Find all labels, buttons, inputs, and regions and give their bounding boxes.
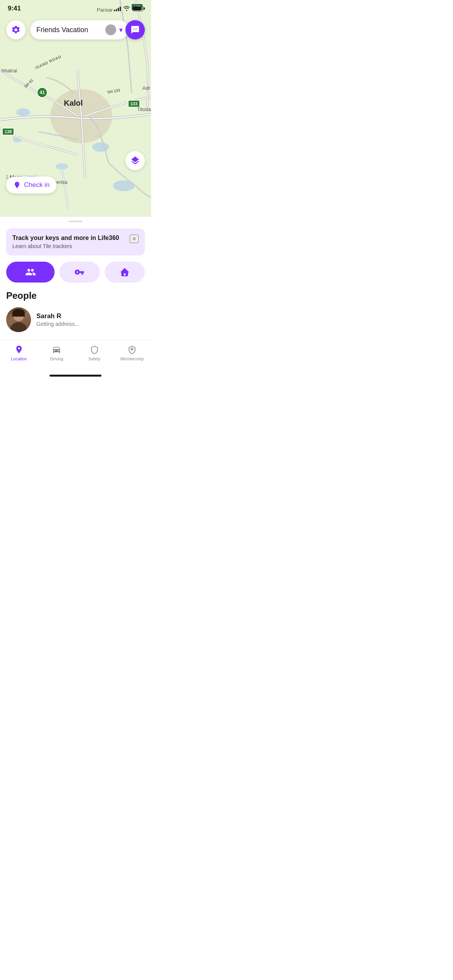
layers-button[interactable] [125,151,145,170]
driving-nav-icon [51,344,62,355]
group-avatar [105,24,116,35]
svg-point-7 [131,348,133,350]
people-section: People Sarah R Getting address... [0,283,151,340]
nav-label-membership: Membership [120,356,144,361]
places-icon [120,267,130,277]
chat-button[interactable] [125,20,145,39]
person-row[interactable]: Sarah R Getting address... [6,307,145,340]
nav-item-safety[interactable]: Safety [76,344,113,361]
avatar-image [6,307,31,332]
person-status: Getting address... [36,321,79,327]
wifi-icon [123,5,130,12]
tile-banner-subtitle: Learn about Tile trackers [12,243,119,249]
group-selector-right: ▾ [105,24,122,35]
checkin-label: Check in [24,181,50,189]
bottom-sheet: Track your keys and more in Life360 Lear… [0,221,151,340]
bottom-nav: Location Driving Safety Membership [0,340,151,369]
settings-icon [11,25,21,34]
checkin-button[interactable]: Check in [6,176,57,194]
home-bar [50,375,101,377]
signal-icon [114,6,121,11]
people-tab-button[interactable] [6,262,55,283]
nav-item-location[interactable]: Location [0,344,38,361]
person-info: Sarah R Getting address... [36,312,79,327]
people-icon [25,267,36,278]
close-banner-button[interactable]: × [130,235,139,243]
nav-label-driving: Driving [50,356,63,361]
svg-point-6 [16,183,18,185]
nav-label-safety: Safety [88,356,100,361]
apple-logo:  [6,174,8,180]
location-nav-icon [14,344,24,355]
person-name: Sarah R [36,312,79,320]
places-tab-button[interactable] [105,262,145,283]
chat-icon [130,25,140,34]
nav-item-membership[interactable]: Membership [113,344,151,361]
nav-item-driving[interactable]: Driving [38,344,76,361]
svg-point-4 [56,163,68,170]
tile-banner-content: Track your keys and more in Life360 Lear… [12,235,119,249]
road-sign-133: 133 [128,100,140,108]
status-bar: 9:41 [0,0,151,17]
status-icons [114,5,143,12]
road-sign-138-left: 138 [2,128,14,135]
home-indicator [0,369,151,382]
nav-label-location: Location [11,356,27,361]
action-buttons-row [0,255,151,283]
settings-button[interactable] [6,20,26,39]
tile-tab-button[interactable] [59,262,100,283]
tile-banner: Track your keys and more in Life360 Lear… [6,228,145,255]
membership-nav-icon [127,344,137,355]
safety-nav-icon [89,344,100,355]
svg-point-1 [16,108,30,116]
battery-icon [132,6,143,11]
tile-key-icon [74,267,84,277]
road-sign-41: 41 [37,87,48,98]
people-section-title: People [6,290,145,301]
avatar [6,307,31,332]
chevron-down-icon: ▾ [119,26,122,34]
sheet-handle [69,221,82,222]
group-name: Friends Vacation [36,26,88,34]
layers-icon [130,156,140,166]
checkin-icon [13,181,21,189]
tile-banner-title: Track your keys and more in Life360 [12,235,119,242]
svg-point-2 [92,142,109,152]
status-time: 9:41 [8,5,21,12]
map-container[interactable]: Pansar hhatral Kalol Adr Titoda Sherisa … [0,0,151,217]
group-selector[interactable]: Friends Vacation ▾ [30,20,129,39]
